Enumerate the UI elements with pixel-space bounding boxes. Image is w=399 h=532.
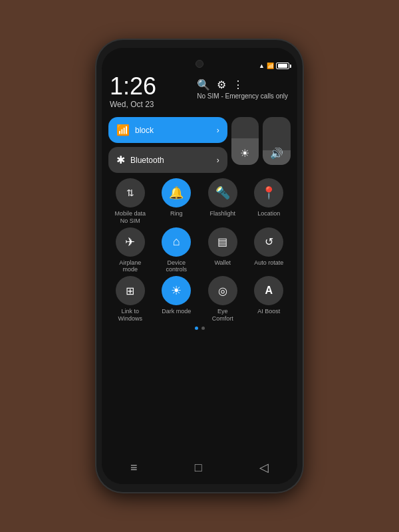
signal-icon: 📶: [267, 63, 274, 69]
time-display: 1:26: [110, 74, 156, 98]
time-date-block: 1:26 Wed, Oct 23: [110, 74, 156, 109]
brightness-icon: ☀: [240, 147, 249, 160]
toggle-circle-wallet: ▤: [208, 227, 237, 257]
status-icons: ▲ 📶: [259, 63, 289, 69]
top-right-icons: 🔍 ⚙ ⋮: [197, 74, 289, 91]
toggle-wallet[interactable]: ▤ Wallet: [201, 227, 245, 274]
volume-slider[interactable]: 🔊: [263, 117, 291, 165]
battery-icon: [276, 63, 289, 69]
toggle-label-mobile-data: Mobile dataNo SIM: [114, 210, 146, 225]
toggle-auto-rotate[interactable]: ↺ Auto rotate: [247, 227, 291, 274]
bluetooth-tile-chevron[interactable]: ›: [217, 156, 219, 165]
date-display: Wed, Oct 23: [110, 100, 156, 109]
toggle-label-ai-boost: AI Boost: [257, 308, 280, 315]
toggle-link-windows[interactable]: ⊞ Link toWindows: [108, 276, 152, 323]
page-dot-2: [201, 327, 205, 330]
toggle-circle-flashlight: 🔦: [208, 178, 237, 207]
toggle-circle-eye-comfort: ◎: [208, 276, 237, 305]
page-dots: [108, 327, 291, 330]
toggle-circle-ai-boost: A: [254, 276, 283, 305]
device-controls-icon: ⌂: [173, 235, 180, 249]
wifi-tile-icon: 📶: [116, 124, 130, 136]
tiles-left: 📶 block › ✱ Bluetooth ›: [108, 117, 227, 173]
eye-comfort-icon: ◎: [218, 285, 227, 297]
toggle-grid: ⇅ Mobile dataNo SIM 🔔 Ring 🔦: [108, 178, 291, 323]
top-actions: 🔍 ⚙ ⋮ No SIM - Emergency calls only: [197, 74, 289, 100]
settings-icon[interactable]: ⚙: [217, 78, 226, 91]
toggle-dark-mode[interactable]: ☀ Dark mode: [155, 276, 199, 323]
dark-mode-icon: ☀: [171, 283, 182, 298]
toggle-label-link-windows: Link toWindows: [118, 308, 142, 323]
no-sim-text: No SIM - Emergency calls only: [197, 92, 289, 100]
toggle-circle-link-windows: ⊞: [116, 276, 145, 305]
ring-icon: 🔔: [169, 186, 184, 200]
toggle-circle-auto-rotate: ↺: [254, 227, 283, 257]
toggle-circle-location: 📍: [254, 178, 283, 207]
phone-body: ▲ 📶 1:26 Wed, Oct 23: [96, 40, 303, 492]
slider-tiles: ☀ 🔊: [231, 117, 291, 173]
shade-content: 1:26 Wed, Oct 23 🔍 ⚙ ⋮ No SIM - Emergenc…: [102, 72, 297, 454]
toggle-circle-dark-mode: ☀: [162, 276, 191, 305]
phone-wrapper: ▲ 📶 1:26 Wed, Oct 23: [96, 40, 303, 492]
toggle-mobile-data[interactable]: ⇅ Mobile dataNo SIM: [108, 178, 152, 225]
toggle-circle-ring: 🔔: [162, 178, 191, 207]
toggle-airplane[interactable]: ✈ Airplanemode: [108, 227, 152, 274]
volume-icon: 🔊: [270, 147, 283, 160]
auto-rotate-icon: ↺: [265, 235, 273, 248]
toggle-label-auto-rotate: Auto rotate: [254, 259, 283, 267]
wifi-status-icon: ▲: [259, 63, 265, 69]
nav-home-icon[interactable]: □: [195, 461, 202, 475]
toggle-label-wallet: Wallet: [214, 259, 231, 267]
toggle-label-dark-mode: Dark mode: [162, 308, 191, 315]
toggle-eye-comfort[interactable]: ◎ EyeComfort: [201, 276, 245, 323]
toggle-ai-boost[interactable]: A AI Boost: [247, 276, 291, 323]
flashlight-icon: 🔦: [215, 186, 230, 200]
toggle-flashlight[interactable]: 🔦 Flashlight: [201, 178, 245, 225]
page-dot-1: [195, 327, 198, 330]
ai-boost-icon: A: [265, 285, 273, 297]
nav-menu-icon[interactable]: ≡: [130, 461, 138, 475]
nav-bar: ≡ □ ◁: [102, 454, 297, 484]
toggle-location[interactable]: 📍 Location: [247, 178, 291, 225]
tiles-and-sliders: 📶 block › ✱ Bluetooth ›: [108, 117, 291, 173]
phone-screen: ▲ 📶 1:26 Wed, Oct 23: [102, 48, 297, 484]
wifi-tile-label: block: [135, 126, 154, 135]
more-icon[interactable]: ⋮: [233, 78, 243, 91]
location-icon: 📍: [261, 186, 276, 200]
bluetooth-tile-icon: ✱: [116, 154, 125, 166]
toggle-label-flashlight: Flashlight: [209, 210, 235, 217]
toggle-label-ring: Ring: [170, 210, 183, 217]
toggle-circle-airplane: ✈: [116, 227, 145, 257]
toggle-circle-device-controls: ⌂: [162, 227, 191, 257]
nav-back-icon[interactable]: ◁: [259, 460, 269, 475]
brightness-slider[interactable]: ☀: [231, 117, 259, 165]
toggle-label-airplane: Airplanemode: [119, 259, 141, 274]
toggle-label-location: Location: [257, 210, 280, 217]
bluetooth-tile-label: Bluetooth: [130, 156, 164, 165]
search-icon[interactable]: 🔍: [197, 78, 210, 91]
top-row: 1:26 Wed, Oct 23 🔍 ⚙ ⋮ No SIM - Emergenc…: [108, 72, 291, 110]
wifi-tile-chevron[interactable]: ›: [217, 126, 219, 135]
camera-notch: [196, 60, 203, 68]
toggle-label-device-controls: Devicecontrols: [166, 259, 187, 274]
airplane-icon: ✈: [125, 235, 135, 249]
toggle-label-eye-comfort: EyeComfort: [212, 308, 233, 323]
link-windows-icon: ⊞: [126, 285, 134, 297]
toggle-circle-mobile-data: ⇅: [116, 178, 145, 207]
mobile-data-icon: ⇅: [126, 188, 134, 198]
wallet-icon: ▤: [217, 235, 227, 248]
toggle-device-controls[interactable]: ⌂ Devicecontrols: [155, 227, 199, 274]
bluetooth-tile[interactable]: ✱ Bluetooth ›: [108, 147, 227, 173]
toggle-ring[interactable]: 🔔 Ring: [155, 178, 199, 225]
wifi-tile[interactable]: 📶 block ›: [108, 117, 227, 143]
